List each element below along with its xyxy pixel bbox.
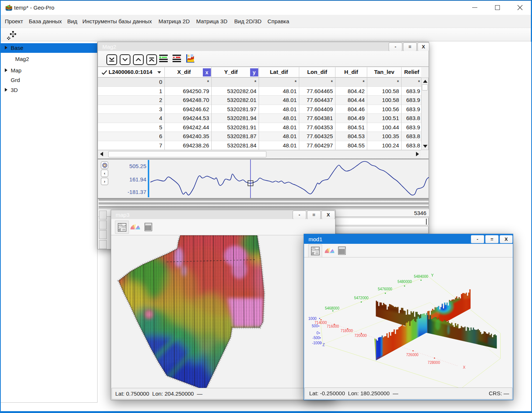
svg-text:716000: 716000 [327,324,339,328]
svg-text:0: 0 [317,331,319,335]
svg-text:X: X [463,365,466,369]
svg-text:5480000: 5480000 [398,280,412,284]
svg-text:5468000: 5468000 [325,306,340,310]
svg-text:5484000: 5484000 [414,274,428,279]
svg-text:726000: 726000 [406,353,419,357]
svg-text:500: 500 [312,324,318,328]
svg-text:Z: Z [323,343,325,347]
svg-text:Y: Y [431,273,434,277]
svg-text:5472000: 5472000 [354,296,368,300]
svg-text:-1000: -1000 [312,341,322,345]
svg-text:1000: 1000 [308,317,317,321]
svg-text:720000: 720000 [354,334,367,338]
svg-text:5476000: 5476000 [378,287,392,291]
svg-text:718000: 718000 [341,329,353,333]
svg-text:728000: 728000 [428,361,440,365]
svg-text:-500: -500 [313,336,320,340]
